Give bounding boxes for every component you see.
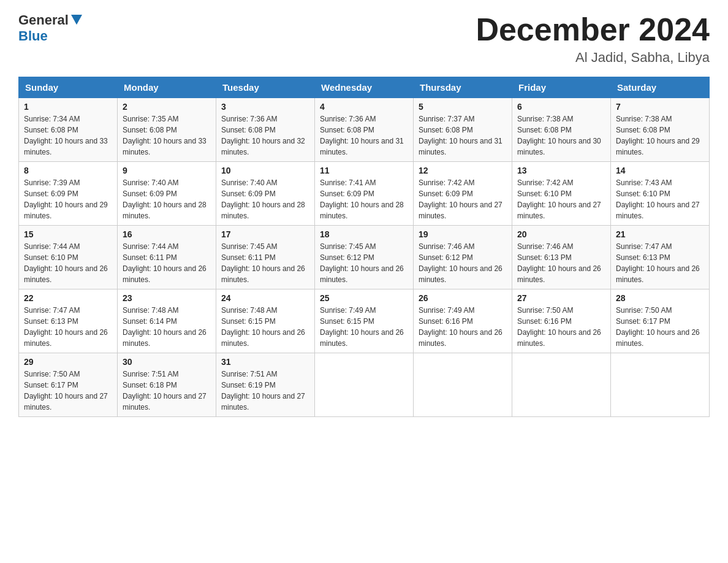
day-number: 15 — [24, 229, 112, 239]
day-number: 10 — [221, 166, 309, 175]
day-info: Sunrise: 7:47 AMSunset: 6:13 PMDaylight:… — [24, 305, 112, 349]
day-number: 2 — [123, 102, 211, 112]
day-info: Sunrise: 7:48 AMSunset: 6:15 PMDaylight:… — [221, 305, 309, 349]
calendar-day-cell — [512, 353, 611, 417]
day-info: Sunrise: 7:45 AMSunset: 6:11 PMDaylight:… — [221, 241, 309, 285]
day-number: 7 — [616, 102, 704, 112]
calendar-day-cell: 16Sunrise: 7:44 AMSunset: 6:11 PMDayligh… — [118, 226, 216, 289]
day-number: 17 — [221, 229, 309, 239]
day-number: 27 — [517, 293, 605, 303]
calendar-day-cell: 23Sunrise: 7:48 AMSunset: 6:14 PMDayligh… — [118, 289, 216, 353]
calendar-day-cell: 5Sunrise: 7:37 AMSunset: 6:08 PMDaylight… — [414, 98, 512, 162]
day-info: Sunrise: 7:36 AMSunset: 6:08 PMDaylight:… — [221, 113, 309, 158]
day-info: Sunrise: 7:37 AMSunset: 6:08 PMDaylight:… — [419, 113, 507, 158]
day-info: Sunrise: 7:46 AMSunset: 6:12 PMDaylight:… — [419, 241, 507, 285]
day-info: Sunrise: 7:48 AMSunset: 6:14 PMDaylight:… — [123, 305, 211, 349]
day-info: Sunrise: 7:51 AMSunset: 6:18 PMDaylight:… — [123, 369, 211, 413]
day-number: 8 — [24, 166, 112, 175]
calendar-day-cell: 19Sunrise: 7:46 AMSunset: 6:12 PMDayligh… — [414, 226, 512, 289]
calendar-day-cell: 9Sunrise: 7:40 AMSunset: 6:09 PMDaylight… — [118, 162, 216, 226]
day-info: Sunrise: 7:40 AMSunset: 6:09 PMDaylight:… — [221, 177, 309, 221]
calendar-day-cell: 7Sunrise: 7:38 AMSunset: 6:08 PMDaylight… — [611, 98, 710, 162]
calendar-day-cell — [414, 353, 512, 417]
calendar-day-cell: 10Sunrise: 7:40 AMSunset: 6:09 PMDayligh… — [216, 162, 315, 226]
calendar-day-cell: 30Sunrise: 7:51 AMSunset: 6:18 PMDayligh… — [118, 353, 216, 417]
col-wednesday: Wednesday — [315, 77, 414, 98]
day-number: 11 — [320, 166, 408, 175]
calendar-day-cell: 4Sunrise: 7:36 AMSunset: 6:08 PMDaylight… — [315, 98, 414, 162]
calendar-day-cell: 3Sunrise: 7:36 AMSunset: 6:08 PMDaylight… — [216, 98, 315, 162]
col-thursday: Thursday — [414, 77, 512, 98]
day-info: Sunrise: 7:50 AMSunset: 6:16 PMDaylight:… — [517, 305, 605, 349]
calendar-day-cell: 27Sunrise: 7:50 AMSunset: 6:16 PMDayligh… — [512, 289, 611, 353]
calendar-header-row: Sunday Monday Tuesday Wednesday Thursday… — [19, 77, 710, 98]
calendar-day-cell: 6Sunrise: 7:38 AMSunset: 6:08 PMDaylight… — [512, 98, 611, 162]
logo: General Blue — [18, 12, 82, 45]
day-number: 28 — [616, 293, 704, 303]
day-number: 3 — [221, 102, 309, 112]
day-info: Sunrise: 7:43 AMSunset: 6:10 PMDaylight:… — [616, 177, 704, 221]
day-info: Sunrise: 7:35 AMSunset: 6:08 PMDaylight:… — [123, 113, 211, 158]
calendar-day-cell: 15Sunrise: 7:44 AMSunset: 6:10 PMDayligh… — [19, 226, 118, 289]
location-subtitle: Al Jadid, Sabha, Libya — [476, 50, 710, 66]
calendar-day-cell: 25Sunrise: 7:49 AMSunset: 6:15 PMDayligh… — [315, 289, 414, 353]
day-number: 1 — [24, 102, 112, 112]
col-tuesday: Tuesday — [216, 77, 315, 98]
calendar-day-cell: 1Sunrise: 7:34 AMSunset: 6:08 PMDaylight… — [19, 98, 118, 162]
day-info: Sunrise: 7:44 AMSunset: 6:11 PMDaylight:… — [123, 241, 211, 285]
logo-triangle-icon — [71, 15, 82, 26]
calendar-day-cell: 29Sunrise: 7:50 AMSunset: 6:17 PMDayligh… — [19, 353, 118, 417]
calendar-day-cell: 20Sunrise: 7:46 AMSunset: 6:13 PMDayligh… — [512, 226, 611, 289]
day-number: 18 — [320, 229, 408, 239]
calendar-day-cell: 13Sunrise: 7:42 AMSunset: 6:10 PMDayligh… — [512, 162, 611, 226]
day-info: Sunrise: 7:50 AMSunset: 6:17 PMDaylight:… — [616, 305, 704, 349]
col-saturday: Saturday — [611, 77, 710, 98]
svg-marker-0 — [71, 15, 82, 25]
calendar-week-row: 29Sunrise: 7:50 AMSunset: 6:17 PMDayligh… — [19, 353, 710, 417]
day-number: 16 — [123, 229, 211, 239]
calendar-day-cell: 8Sunrise: 7:39 AMSunset: 6:09 PMDaylight… — [19, 162, 118, 226]
day-number: 12 — [419, 166, 507, 175]
calendar-day-cell: 18Sunrise: 7:45 AMSunset: 6:12 PMDayligh… — [315, 226, 414, 289]
calendar-week-row: 1Sunrise: 7:34 AMSunset: 6:08 PMDaylight… — [19, 98, 710, 162]
logo-blue-text: Blue — [18, 28, 48, 44]
day-number: 24 — [221, 293, 309, 303]
page-header: General Blue December 2024 Al Jadid, Sab… — [18, 12, 710, 66]
col-sunday: Sunday — [19, 77, 118, 98]
calendar-day-cell: 11Sunrise: 7:41 AMSunset: 6:09 PMDayligh… — [315, 162, 414, 226]
day-number: 25 — [320, 293, 408, 303]
calendar-day-cell: 31Sunrise: 7:51 AMSunset: 6:19 PMDayligh… — [216, 353, 315, 417]
day-number: 29 — [24, 357, 112, 367]
day-info: Sunrise: 7:36 AMSunset: 6:08 PMDaylight:… — [320, 113, 408, 158]
day-info: Sunrise: 7:49 AMSunset: 6:16 PMDaylight:… — [419, 305, 507, 349]
day-info: Sunrise: 7:51 AMSunset: 6:19 PMDaylight:… — [221, 369, 309, 413]
calendar-table: Sunday Monday Tuesday Wednesday Thursday… — [18, 77, 710, 417]
day-info: Sunrise: 7:38 AMSunset: 6:08 PMDaylight:… — [616, 113, 704, 158]
calendar-day-cell: 28Sunrise: 7:50 AMSunset: 6:17 PMDayligh… — [611, 289, 710, 353]
calendar-week-row: 8Sunrise: 7:39 AMSunset: 6:09 PMDaylight… — [19, 162, 710, 226]
calendar-day-cell: 21Sunrise: 7:47 AMSunset: 6:13 PMDayligh… — [611, 226, 710, 289]
day-number: 23 — [123, 293, 211, 303]
day-info: Sunrise: 7:49 AMSunset: 6:15 PMDaylight:… — [320, 305, 408, 349]
day-number: 26 — [419, 293, 507, 303]
calendar-day-cell — [315, 353, 414, 417]
calendar-day-cell: 26Sunrise: 7:49 AMSunset: 6:16 PMDayligh… — [414, 289, 512, 353]
calendar-day-cell: 17Sunrise: 7:45 AMSunset: 6:11 PMDayligh… — [216, 226, 315, 289]
calendar-week-row: 15Sunrise: 7:44 AMSunset: 6:10 PMDayligh… — [19, 226, 710, 289]
day-info: Sunrise: 7:46 AMSunset: 6:13 PMDaylight:… — [517, 241, 605, 285]
day-number: 20 — [517, 229, 605, 239]
day-number: 30 — [123, 357, 211, 367]
calendar-day-cell: 22Sunrise: 7:47 AMSunset: 6:13 PMDayligh… — [19, 289, 118, 353]
day-info: Sunrise: 7:41 AMSunset: 6:09 PMDaylight:… — [320, 177, 408, 221]
day-info: Sunrise: 7:47 AMSunset: 6:13 PMDaylight:… — [616, 241, 704, 285]
day-number: 31 — [221, 357, 309, 367]
day-info: Sunrise: 7:44 AMSunset: 6:10 PMDaylight:… — [24, 241, 112, 285]
day-number: 22 — [24, 293, 112, 303]
day-number: 6 — [517, 102, 605, 112]
day-info: Sunrise: 7:50 AMSunset: 6:17 PMDaylight:… — [24, 369, 112, 413]
day-info: Sunrise: 7:42 AMSunset: 6:09 PMDaylight:… — [419, 177, 507, 221]
title-block: December 2024 Al Jadid, Sabha, Libya — [476, 12, 710, 66]
day-number: 21 — [616, 229, 704, 239]
day-number: 4 — [320, 102, 408, 112]
calendar-day-cell: 12Sunrise: 7:42 AMSunset: 6:09 PMDayligh… — [414, 162, 512, 226]
